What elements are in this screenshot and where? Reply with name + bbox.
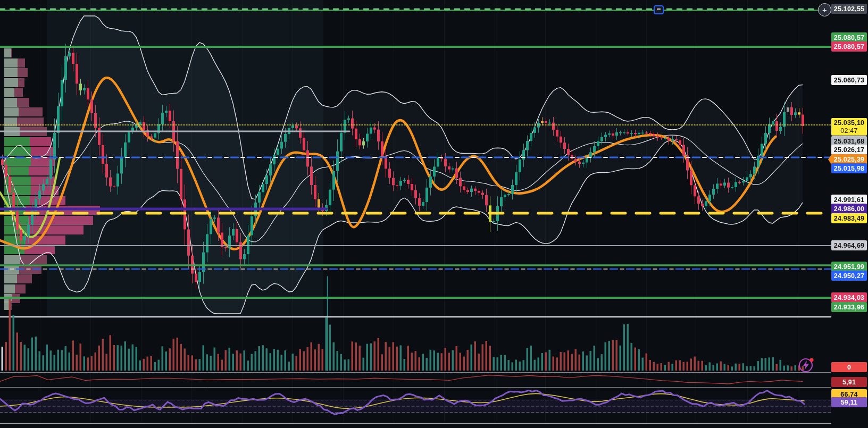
axis-label-poc-text: 24.986,00 <box>834 205 864 213</box>
axis-label-support-green-2-text: 24.933,96 <box>834 304 864 311</box>
axis-label-alert-line[interactable]: 25.102,55 <box>831 4 867 14</box>
axis-label-bb-basis-text: 25.026,17 <box>834 146 864 154</box>
axis-label-orange-ma-text: 25.025,39 <box>834 156 864 163</box>
countdown-timer: 02:47 <box>840 127 857 135</box>
axis-label-yellow-dashed-text: 24.983,49 <box>834 215 864 222</box>
line-anchor-handle[interactable] <box>654 5 664 14</box>
handle-tick <box>657 9 661 10</box>
axis-label-rsi[interactable]: 59,11 <box>831 397 867 407</box>
chart-canvas[interactable] <box>0 0 868 428</box>
axis-label-support-pink-text: 24.934,03 <box>834 294 864 301</box>
axis-label-support-pink[interactable]: 24.934,03 <box>831 292 867 303</box>
axis-label-rsi-text: 59,11 <box>841 399 858 406</box>
axis-label-last-price[interactable]: 25.035,1002:47 <box>831 118 867 136</box>
axis-label-bb-basis[interactable]: 25.026,17 <box>831 145 867 155</box>
axis-label-resistance-pink[interactable]: 25.080,57 <box>831 41 867 52</box>
axis-label-blue-level-2-text: 24.950,27 <box>834 272 864 280</box>
axis-label-bb-upper[interactable]: 25.060,73 <box>831 75 867 85</box>
axis-label-red-indicator[interactable]: 5,91 <box>831 377 867 387</box>
axis-label-gray-ray-text: 25.031,68 <box>834 138 864 145</box>
price-axis[interactable]: 25.102,5525.080,5725.080,5725.060,7325.0… <box>831 0 868 428</box>
axis-label-gray-line-text: 24.964,69 <box>834 242 864 249</box>
axis-label-support-green-2[interactable]: 24.933,96 <box>831 302 867 312</box>
axis-label-volume[interactable]: 0 <box>831 362 867 372</box>
axis-label-alert-line-text: 25.102,55 <box>834 5 864 13</box>
axis-label-resistance-green-text: 25.080,57 <box>834 34 864 41</box>
axis-label-blue-level-1-text: 25.015,98 <box>834 165 864 172</box>
label-arrow <box>828 155 831 164</box>
axis-label-yellow-dashed[interactable]: 24.983,49 <box>831 213 867 223</box>
axis-label-volume-text: 0 <box>847 364 851 371</box>
flash-lightning-svg <box>798 356 815 373</box>
axis-label-bb-upper-text: 25.060,73 <box>834 77 864 84</box>
axis-label-blue-level-1[interactable]: 25.015,98 <box>831 163 867 173</box>
flash-lightning-icon[interactable] <box>798 356 815 373</box>
axis-label-red-indicator-text: 5,91 <box>842 379 856 386</box>
axis-label-resistance-pink-text: 25.080,57 <box>834 43 864 51</box>
axis-label-support-green-1-text: 24.951,99 <box>834 263 864 271</box>
add-alert-plus-icon[interactable]: + <box>818 3 831 16</box>
axis-label-poc[interactable]: 24.986,00 <box>831 204 867 214</box>
axis-label-bb-lower-text: 24.991,61 <box>834 196 864 204</box>
axis-label-last-price-text: 25.035,10 <box>834 119 864 127</box>
chart-window: + 25.102,5525.080,5725.080,5725.060,7325… <box>0 0 868 428</box>
axis-label-gray-line[interactable]: 24.964,69 <box>831 240 867 250</box>
axis-label-blue-level-2[interactable]: 24.950,27 <box>831 271 867 281</box>
